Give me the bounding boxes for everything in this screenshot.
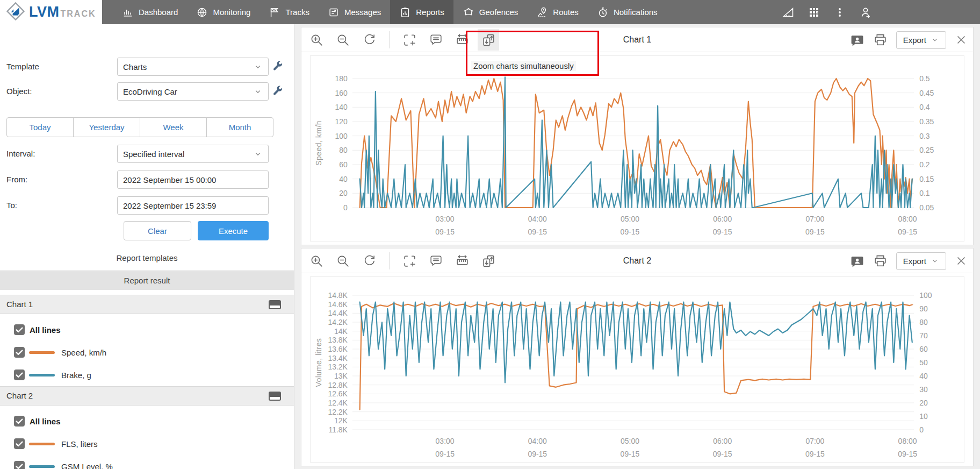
zoom-in-button[interactable] — [306, 250, 327, 272]
nav-right-icons — [782, 0, 872, 24]
zoom-in-button[interactable] — [306, 29, 327, 51]
svg-text:0.25: 0.25 — [919, 146, 934, 154]
svg-text:10: 10 — [919, 412, 928, 421]
chevron-down-icon — [253, 87, 263, 96]
chart2-plot[interactable]: 11.8K12K12.2K12.4K12.6K12.8K13K13.2K13.4… — [310, 276, 964, 463]
nav-item-notifications[interactable]: Notifications — [588, 0, 667, 24]
export-button[interactable]: Export — [896, 252, 946, 270]
svg-text:05:00: 05:00 — [621, 215, 639, 223]
section-header-chart-1[interactable]: Chart 1 — [0, 295, 294, 314]
zoom-reset-button[interactable] — [358, 29, 380, 51]
user-logout-button[interactable] — [859, 6, 872, 19]
svg-text:14.8K: 14.8K — [328, 291, 348, 300]
apps-grid-button[interactable] — [808, 6, 820, 19]
close-panel-button[interactable] — [955, 33, 968, 46]
template-select[interactable]: Charts — [117, 58, 269, 76]
comment-button[interactable] — [425, 250, 446, 272]
today-button[interactable]: Today — [6, 117, 74, 137]
measure-button[interactable] — [451, 29, 473, 51]
checkbox-checked-icon[interactable] — [14, 461, 25, 469]
legend-row: Speed, km/h — [0, 345, 294, 359]
checkbox-checked-icon[interactable] — [14, 347, 25, 358]
zoom-out-button[interactable] — [332, 29, 354, 51]
window-icon[interactable] — [269, 300, 281, 309]
month-button[interactable]: Month — [206, 117, 273, 137]
sync-zoom-button[interactable] — [478, 250, 499, 272]
close-panel-button[interactable] — [955, 254, 968, 267]
to-label: To: — [6, 201, 17, 210]
section-header-chart-2[interactable]: Chart 2 — [0, 386, 294, 406]
nav-item-messages[interactable]: Messages — [319, 0, 390, 24]
checkbox-checked-icon[interactable] — [14, 416, 25, 427]
template-settings-button[interactable] — [271, 60, 283, 72]
zoom-out-button[interactable] — [332, 250, 354, 272]
nav-item-label: Notifications — [614, 8, 658, 17]
week-button[interactable]: Week — [140, 117, 207, 137]
kebab-menu-button[interactable] — [833, 6, 846, 19]
nav-item-routes[interactable]: Routes — [527, 0, 588, 24]
set-square-icon — [782, 6, 795, 19]
chart2-panel-actions: Export — [850, 248, 968, 273]
nav-item-label: Messages — [344, 8, 381, 17]
chart1-plot[interactable]: 0204060801001201401601800.050.10.150.20.… — [310, 55, 964, 241]
svg-text:06:00: 06:00 — [713, 437, 732, 445]
svg-text:14K: 14K — [334, 327, 348, 336]
svg-text:60: 60 — [339, 160, 348, 169]
report-templates-toggle[interactable]: Report templates — [0, 253, 294, 262]
nav-item-tracks[interactable]: Tracks — [260, 0, 318, 24]
to-input[interactable]: 2022 September 15 23:59 — [117, 196, 269, 215]
comment-button[interactable] — [425, 29, 446, 51]
checkbox-checked-icon[interactable] — [14, 438, 25, 449]
nav-item-reports[interactable]: Reports — [390, 0, 453, 24]
svg-text:12.8K: 12.8K — [328, 381, 348, 389]
user-logout-icon — [859, 6, 872, 19]
svg-text:Volume, litres: Volume, litres — [314, 338, 323, 387]
chart2-toolbar — [306, 250, 499, 272]
zoom-out-icon — [336, 33, 350, 47]
interval-label: Interval: — [6, 149, 35, 158]
zoom-reset-button[interactable] — [358, 250, 380, 272]
checkbox-checked-icon[interactable] — [14, 369, 25, 380]
from-input[interactable]: 2022 September 15 00:00 — [117, 170, 269, 189]
object-settings-button[interactable] — [271, 85, 283, 97]
template-label: Template — [6, 62, 39, 71]
close-icon — [955, 33, 968, 46]
object-select[interactable]: EcoDriving Car — [117, 82, 269, 101]
svg-text:05:00: 05:00 — [621, 437, 639, 445]
brand-logo[interactable]: LVM TRACK — [0, 0, 102, 24]
legend-row: All lines — [0, 323, 294, 337]
execute-button[interactable]: Execute — [198, 221, 269, 240]
svg-text:70: 70 — [919, 331, 928, 340]
contact-button[interactable] — [850, 33, 864, 47]
svg-text:Speed, km/h: Speed, km/h — [314, 120, 323, 166]
nav-item-dashboard[interactable]: Dashboard — [113, 0, 187, 24]
print-button[interactable] — [873, 254, 888, 268]
nav-item-label: Tracks — [285, 8, 309, 17]
clear-button[interactable]: Clear — [124, 221, 191, 240]
export-button[interactable]: Export — [896, 31, 946, 49]
interval-select[interactable]: Specified interval — [117, 145, 269, 163]
marquee-zoom-button[interactable] — [399, 250, 420, 272]
svg-text:13.4K: 13.4K — [328, 354, 348, 363]
nav-item-geofences[interactable]: Geofences — [453, 0, 528, 24]
window-icon[interactable] — [269, 392, 281, 401]
svg-text:09-15: 09-15 — [898, 450, 917, 458]
measure-button[interactable] — [451, 250, 473, 272]
yesterday-button[interactable]: Yesterday — [73, 117, 140, 137]
notifications-icon — [597, 6, 609, 18]
legend-row: FLS, liters — [0, 437, 294, 451]
comment-icon — [429, 254, 443, 268]
svg-text:20: 20 — [339, 189, 348, 197]
monitoring-icon — [196, 6, 208, 18]
svg-text:80: 80 — [919, 318, 928, 326]
set-square-button[interactable] — [782, 6, 795, 19]
template-select-value: Charts — [123, 62, 253, 72]
print-button[interactable] — [873, 33, 888, 47]
nav-item-monitoring[interactable]: Monitoring — [187, 0, 260, 24]
marquee-zoom-button[interactable] — [399, 29, 420, 51]
sync-zoom-button[interactable] — [478, 29, 499, 51]
contact-button[interactable] — [850, 254, 864, 268]
report-result-toggle[interactable]: Report result — [0, 271, 294, 290]
checkbox-checked-icon[interactable] — [14, 324, 25, 335]
kebab-menu-icon — [833, 6, 846, 19]
